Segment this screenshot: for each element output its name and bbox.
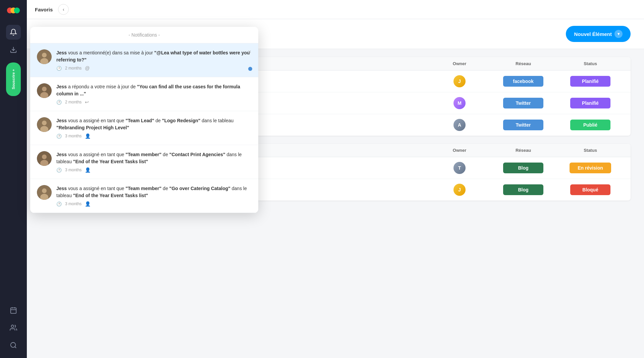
notification-time-2: 2 months bbox=[65, 100, 82, 104]
avatar: M bbox=[453, 97, 466, 109]
notification-content-2: Jess a répondu a votre mise à jour de "Y… bbox=[56, 83, 252, 105]
notification-time-1: 2 months bbox=[65, 66, 82, 71]
network-badge: Twitter bbox=[503, 120, 543, 130]
notification-item-5[interactable]: Jess vous a assigné en tant que "Team me… bbox=[30, 179, 258, 213]
sidebar-item-search[interactable] bbox=[6, 338, 21, 353]
status-cell: Publié bbox=[557, 120, 624, 130]
svg-line-10 bbox=[15, 347, 16, 348]
reply-icon: ↩ bbox=[85, 99, 89, 105]
assign-icon: 👤 bbox=[85, 201, 91, 207]
notification-text-1: Jess vous a mentionné(e) dans sa mise à … bbox=[56, 49, 252, 63]
notification-item-1[interactable]: Jess vous a mentionné(e) dans sa mise à … bbox=[30, 43, 258, 77]
sidebar-item-download[interactable] bbox=[6, 42, 21, 57]
back-icon: ‹ bbox=[63, 7, 64, 12]
notification-panel: - Notifications - Jess vous a mentionné(… bbox=[30, 27, 258, 213]
network-badge: Blog bbox=[503, 163, 543, 173]
notification-time-5: 3 months bbox=[65, 202, 82, 206]
topbar-title: Favoris bbox=[35, 7, 53, 12]
network-badge: Twitter bbox=[503, 98, 543, 108]
notification-text-2: Jess a répondu a votre mise à jour de "Y… bbox=[56, 83, 252, 97]
svg-point-9 bbox=[11, 343, 16, 348]
avatar: T bbox=[453, 162, 466, 174]
new-element-button[interactable]: Nouvel Élément ▾ bbox=[566, 26, 631, 42]
clock-icon: 🕐 bbox=[56, 202, 62, 207]
owner-cell: M bbox=[429, 97, 490, 109]
status-cell: En révision bbox=[557, 163, 624, 173]
notification-text-5: Jess vous a assigné en tant que "Team me… bbox=[56, 185, 252, 199]
notification-time-4: 3 months bbox=[65, 168, 82, 172]
network-cell: facebook bbox=[490, 76, 557, 87]
notification-meta-2: 🕐 2 months ↩ bbox=[56, 99, 252, 105]
sidebar: Souscrire + bbox=[0, 0, 27, 358]
status-cell: Planifié bbox=[557, 98, 624, 108]
col-status-1: Status bbox=[557, 61, 624, 66]
owner-cell: A bbox=[429, 119, 490, 131]
owner-cell: J bbox=[429, 75, 490, 87]
notification-item-3[interactable]: Jess vous a assigné en tant que "Team Le… bbox=[30, 111, 258, 145]
assign-icon: 👤 bbox=[85, 167, 91, 173]
status-badge: Planifié bbox=[570, 76, 610, 87]
notification-content-3: Jess vous a assigné en tant que "Team Le… bbox=[56, 117, 252, 139]
status-cell: Planifié bbox=[557, 76, 624, 87]
col-owner-1: Owner bbox=[429, 61, 490, 66]
notification-avatar-2 bbox=[37, 83, 52, 98]
clock-icon: 🕐 bbox=[56, 100, 62, 105]
svg-point-18 bbox=[42, 121, 47, 125]
svg-point-15 bbox=[42, 87, 47, 91]
clock-icon: 🕐 bbox=[56, 134, 62, 139]
network-cell: Twitter bbox=[490, 120, 557, 130]
col-status-2: Status bbox=[557, 148, 624, 153]
subscribe-button[interactable]: Souscrire + bbox=[6, 62, 21, 96]
notification-content-4: Jess vous a assigné en tant que "Team me… bbox=[56, 151, 252, 173]
notification-content-5: Jess vous a assigné en tant que "Team me… bbox=[56, 185, 252, 207]
notification-unread-dot bbox=[248, 67, 252, 71]
status-cell: Bloqué bbox=[557, 184, 624, 195]
avatar: J bbox=[453, 184, 466, 196]
sidebar-item-calendar[interactable] bbox=[6, 303, 21, 318]
notification-avatar-4 bbox=[37, 151, 52, 166]
notification-item-4[interactable]: Jess vous a assigné en tant que "Team me… bbox=[30, 145, 258, 179]
owner-cell: T bbox=[429, 162, 490, 174]
svg-point-2 bbox=[14, 7, 20, 13]
notification-text-3: Jess vous a assigné en tant que "Team Le… bbox=[56, 117, 252, 131]
new-element-dropdown-icon[interactable]: ▾ bbox=[614, 30, 623, 38]
avatar: J bbox=[453, 75, 466, 87]
notification-meta-5: 🕐 3 months 👤 bbox=[56, 201, 252, 207]
notification-avatar-3 bbox=[37, 117, 52, 132]
notification-header: - Notifications - bbox=[30, 27, 258, 43]
clock-icon: 🕐 bbox=[56, 168, 62, 173]
sidebar-item-notifications[interactable] bbox=[6, 25, 21, 40]
notification-avatar-5 bbox=[37, 185, 52, 200]
status-badge: En révision bbox=[570, 163, 611, 173]
notification-content-1: Jess vous a mentionné(e) dans sa mise à … bbox=[56, 49, 252, 71]
network-badge: Blog bbox=[503, 184, 543, 195]
svg-point-8 bbox=[11, 325, 14, 327]
topbar: Favoris ‹ bbox=[27, 0, 644, 19]
clock-icon: 🕐 bbox=[56, 66, 62, 71]
col-reseau-2: Réseau bbox=[490, 148, 557, 153]
notification-text-4: Jess vous a assigné en tant que "Team me… bbox=[56, 151, 252, 165]
network-cell: Twitter bbox=[490, 98, 557, 108]
notification-close-1[interactable]: × bbox=[246, 48, 254, 56]
status-badge: Publié bbox=[570, 120, 610, 130]
status-badge: Bloqué bbox=[570, 184, 610, 195]
sidebar-item-team[interactable] bbox=[6, 320, 21, 335]
subscribe-label: Souscrire + bbox=[11, 69, 15, 89]
svg-point-12 bbox=[42, 53, 47, 57]
assign-icon: 👤 bbox=[85, 133, 91, 139]
notification-item-2[interactable]: Jess a répondu a votre mise à jour de "Y… bbox=[30, 77, 258, 111]
svg-point-21 bbox=[42, 154, 47, 159]
svg-rect-4 bbox=[11, 308, 16, 314]
topbar-back-button[interactable]: ‹ bbox=[58, 4, 69, 15]
col-owner-2: Owner bbox=[429, 148, 490, 153]
notification-meta-3: 🕐 3 months 👤 bbox=[56, 133, 252, 139]
network-badge: facebook bbox=[503, 76, 543, 87]
svg-point-24 bbox=[42, 188, 47, 193]
notification-time-3: 3 months bbox=[65, 134, 82, 138]
notification-meta-1: 🕐 2 months @ bbox=[56, 65, 252, 71]
owner-cell: J bbox=[429, 184, 490, 196]
notification-list: Jess vous a mentionné(e) dans sa mise à … bbox=[30, 43, 258, 213]
notification-avatar-1 bbox=[37, 49, 52, 64]
network-cell: Blog bbox=[490, 163, 557, 173]
mention-icon: @ bbox=[85, 65, 90, 71]
